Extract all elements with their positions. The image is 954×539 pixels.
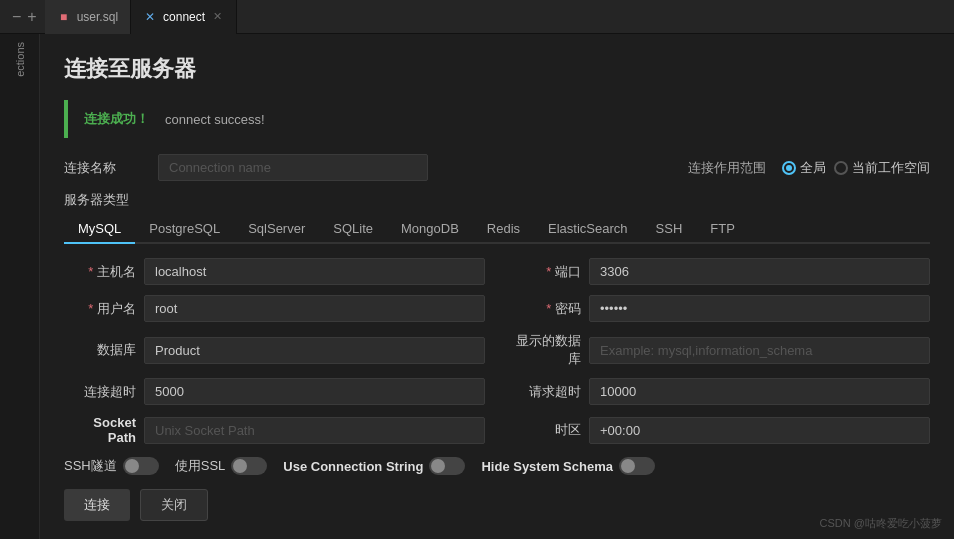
label-请求超时: 请求超时	[509, 383, 581, 401]
toggle-switch[interactable]	[619, 457, 655, 475]
db-tab-postgresql[interactable]: PostgreSQL	[135, 215, 234, 244]
input-Socket Path[interactable]	[144, 417, 485, 444]
connection-name-input[interactable]	[158, 154, 428, 181]
minus-icon[interactable]: −	[12, 8, 21, 26]
success-label: 连接成功！	[84, 110, 149, 128]
conn-name-label: 连接名称	[64, 159, 134, 177]
scope-group: 连接作用范围 全局 当前工作空间	[688, 159, 930, 177]
toggle-item-use-connection-string[interactable]: Use Connection String	[283, 457, 465, 475]
radio-workspace[interactable]: 当前工作空间	[834, 159, 930, 177]
label-端口: 端口	[509, 263, 581, 281]
label-主机名: 主机名	[64, 263, 136, 281]
field-right-2: 显示的数据库	[509, 332, 930, 368]
toggle-switch[interactable]	[123, 457, 159, 475]
toggles-row: SSH隧道使用SSLUse Connection StringHide Syst…	[64, 457, 930, 475]
plus-icon[interactable]: +	[27, 8, 36, 26]
page-title: 连接至服务器	[64, 54, 930, 84]
scope-label: 连接作用范围	[688, 159, 766, 177]
toggle-label: Use Connection String	[283, 459, 423, 474]
toggle-item-ssh隧道[interactable]: SSH隧道	[64, 457, 159, 475]
sidebar-label: ections	[14, 42, 26, 77]
db-tab-redis[interactable]: Redis	[473, 215, 534, 244]
label-显示的数据库: 显示的数据库	[509, 332, 581, 368]
toggle-knob	[233, 459, 247, 473]
form-grid: 主机名端口用户名密码数据库显示的数据库连接超时请求超时Socket Path时区	[64, 258, 930, 445]
input-用户名[interactable]	[144, 295, 485, 322]
toggle-label: SSH隧道	[64, 457, 117, 475]
server-type-label: 服务器类型	[64, 191, 930, 209]
success-banner: 连接成功！ connect success!	[64, 100, 930, 138]
db-tab-sqlite[interactable]: SQLite	[319, 215, 387, 244]
close-button[interactable]: 关闭	[140, 489, 208, 521]
toggle-label: Hide System Schema	[481, 459, 613, 474]
input-端口[interactable]	[589, 258, 930, 285]
tab-label-connect: connect	[163, 10, 205, 24]
tab-bar: − + ■ user.sql ✕ connect ✕	[0, 0, 954, 34]
watermark: CSDN @咕咚爱吃小菠萝	[820, 516, 942, 531]
connect-button[interactable]: 连接	[64, 489, 130, 521]
input-时区[interactable]	[589, 417, 930, 444]
toggle-item-hide-system-schema[interactable]: Hide System Schema	[481, 457, 655, 475]
label-Socket Path: Socket Path	[64, 415, 136, 445]
toggle-switch[interactable]	[429, 457, 465, 475]
label-用户名: 用户名	[64, 300, 136, 318]
input-显示的数据库[interactable]	[589, 337, 930, 364]
db-tab-sqlserver[interactable]: SqlServer	[234, 215, 319, 244]
field-right-1: 密码	[509, 295, 930, 322]
input-主机名[interactable]	[144, 258, 485, 285]
toggle-label: 使用SSL	[175, 457, 226, 475]
tab-user-sql[interactable]: ■ user.sql	[45, 0, 131, 34]
field-left-4: Socket Path	[64, 415, 485, 445]
connect-icon: ✕	[143, 10, 157, 24]
toggle-knob	[125, 459, 139, 473]
toggle-switch[interactable]	[231, 457, 267, 475]
input-请求超时[interactable]	[589, 378, 930, 405]
sidebar: ections	[0, 34, 40, 539]
action-row: 连接 关闭	[64, 489, 930, 521]
label-数据库: 数据库	[64, 341, 136, 359]
file-icon: ■	[57, 10, 71, 24]
radio-workspace-dot	[834, 161, 848, 175]
input-数据库[interactable]	[144, 337, 485, 364]
radio-workspace-label: 当前工作空间	[852, 159, 930, 177]
toggle-knob	[621, 459, 635, 473]
tab-close-button[interactable]: ✕	[211, 10, 224, 23]
db-tab-mysql[interactable]: MySQL	[64, 215, 135, 244]
db-tab-elasticsearch[interactable]: ElasticSearch	[534, 215, 641, 244]
field-left-3: 连接超时	[64, 378, 485, 405]
toggle-item-使用ssl[interactable]: 使用SSL	[175, 457, 268, 475]
db-tab-mongodb[interactable]: MongoDB	[387, 215, 473, 244]
tab-connect[interactable]: ✕ connect ✕	[131, 0, 237, 34]
label-时区: 时区	[509, 421, 581, 439]
field-right-3: 请求超时	[509, 378, 930, 405]
success-message: connect success!	[165, 112, 265, 127]
input-连接超时[interactable]	[144, 378, 485, 405]
db-tab-ssh[interactable]: SSH	[642, 215, 697, 244]
label-连接超时: 连接超时	[64, 383, 136, 401]
field-left-2: 数据库	[64, 332, 485, 368]
input-密码[interactable]	[589, 295, 930, 322]
radio-group: 全局 当前工作空间	[782, 159, 930, 177]
field-right-4: 时区	[509, 415, 930, 445]
radio-global-label: 全局	[800, 159, 826, 177]
tab-label-user-sql: user.sql	[77, 10, 118, 24]
label-密码: 密码	[509, 300, 581, 318]
db-tab-ftp[interactable]: FTP	[696, 215, 749, 244]
field-right-0: 端口	[509, 258, 930, 285]
main-area: 连接至服务器 连接成功！ connect success! 连接名称 连接作用范…	[40, 34, 954, 539]
radio-global[interactable]: 全局	[782, 159, 826, 177]
radio-global-dot	[782, 161, 796, 175]
tab-bar-icons: − +	[4, 8, 45, 26]
field-left-1: 用户名	[64, 295, 485, 322]
connection-name-row: 连接名称 连接作用范围 全局 当前工作空间	[64, 154, 930, 181]
db-tabs-row: MySQLPostgreSQLSqlServerSQLiteMongoDBRed…	[64, 215, 930, 244]
toggle-knob	[431, 459, 445, 473]
field-left-0: 主机名	[64, 258, 485, 285]
